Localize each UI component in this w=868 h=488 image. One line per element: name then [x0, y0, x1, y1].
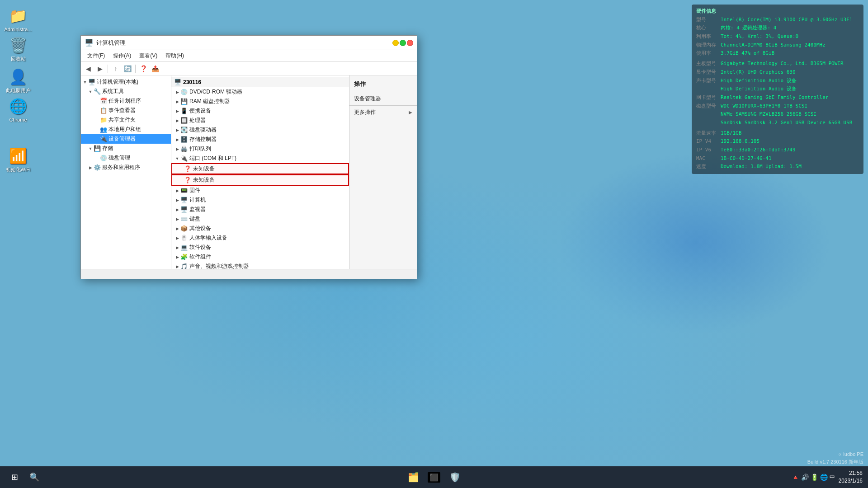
- user-label: 此电脑用户: [6, 88, 31, 94]
- menu-file[interactable]: 文件(F): [84, 51, 108, 61]
- tree-system-tools[interactable]: ▼ 🔧 系统工具: [81, 87, 171, 96]
- window-controls: [392, 40, 413, 46]
- folder-label: Administra...: [4, 27, 32, 33]
- dev-print[interactable]: ▶ 🖨️ 打印队列: [171, 144, 349, 154]
- taskbar-time[interactable]: 21:58 2023/1/16: [839, 469, 863, 485]
- sysinfo-row-mobo: 主板型号 Gigabyte Technology Co., Ltd. B365M…: [696, 60, 859, 68]
- taskbar-right: 🔺 🔊 🔋 🌐 中 21:58 2023/1/16: [792, 469, 863, 485]
- toolbar-up[interactable]: ↑: [110, 63, 121, 74]
- ludbo-watermark: ∝ ludbo PE Build v1.7 230116 新年版: [807, 450, 863, 465]
- toolbar-refresh[interactable]: 🔄: [122, 63, 133, 74]
- dev-hid[interactable]: ▶ 🖱️ 人体学输入设备: [171, 233, 349, 243]
- computer-management-window: 🖥️ 计算机管理 文件(F) 操作(A) 查看(V) 帮助(H) ◀ ▶ ↑ 🔄…: [80, 35, 417, 279]
- explorer-icon: 🗂️: [408, 472, 419, 483]
- tray-volume-icon: 🔊: [801, 474, 809, 481]
- menu-help[interactable]: 帮助(H): [162, 51, 188, 61]
- dev-dvd[interactable]: ▶ 💿 DVD/CD-ROM 驱动器: [171, 87, 349, 97]
- sysinfo-row-nic: 网卡型号 Realtek Gaming GbE Family Controlle…: [696, 94, 859, 102]
- action-more[interactable]: 更多操作 ▶: [349, 107, 417, 118]
- tree-task-scheduler[interactable]: 📅 任务计划程序: [81, 96, 171, 106]
- desktop-icon-user[interactable]: 👤 此电脑用户: [2, 68, 34, 94]
- sysinfo-row-audio1: 声卡型号 High Definition Audio 设备: [696, 77, 859, 85]
- toolbar-sep1: [108, 65, 108, 73]
- sysinfo-row-audio2: High Definition Audio 设备: [696, 85, 859, 94]
- windows-icon: ⊞: [11, 472, 18, 482]
- actions-divider: [349, 92, 417, 92]
- recycle-label: 回收站: [11, 56, 26, 62]
- window-menubar: 文件(F) 操作(A) 查看(V) 帮助(H): [81, 50, 417, 62]
- taskbar-shield[interactable]: 🛡️: [446, 468, 464, 486]
- window-statusbar: [81, 269, 417, 279]
- window-titlebar: 🖥️ 计算机管理: [81, 36, 417, 50]
- action-more-arrow: ▶: [409, 110, 412, 115]
- content-panel: 🖥️ 230116 ▶ 💿 DVD/CD-ROM 驱动器 ▶ 💾 RAM 磁盘控…: [171, 75, 349, 269]
- window-title-text: 计算机管理: [96, 39, 390, 47]
- search-icon: 🔍: [29, 472, 39, 482]
- dev-firmware[interactable]: ▶ 📟 固件: [171, 186, 349, 195]
- sysinfo-row-gpu: 显卡型号 Intel(R) UHD Graphics 630: [696, 68, 859, 77]
- sysinfo-row-core: 核心 内核: 4 逻辑处理器: 4: [696, 24, 859, 33]
- tree-device-manager[interactable]: 🔌 设备管理器: [81, 134, 171, 144]
- tree-storage[interactable]: ▼ 💾 存储: [81, 144, 171, 153]
- tree-disk-manager[interactable]: 💿 磁盘管理: [81, 153, 171, 163]
- tree-local-users[interactable]: 👥 本地用户和组: [81, 125, 171, 134]
- minimize-button[interactable]: [392, 40, 399, 46]
- desktop-icon-chrome[interactable]: 🌐 Chrome: [2, 97, 34, 123]
- toolbar-back[interactable]: ◀: [83, 63, 94, 74]
- sysinfo-row-mac: MAC 1B-C0-4D-27-46-41: [696, 155, 859, 163]
- folder-icon: 📁: [9, 7, 27, 25]
- dev-software[interactable]: ▶ 💻 软件设备: [171, 243, 349, 252]
- toolbar-export[interactable]: 📤: [150, 63, 160, 74]
- dev-disk[interactable]: ▶ 💽 磁盘驱动器: [171, 125, 349, 135]
- sysinfo-row-speed: 速度 Download: 1.8M Upload: 1.5M: [696, 163, 859, 171]
- sysinfo-row-disk2: NVMe SAMSUNG MZVLB256 256GB SCSI: [696, 110, 859, 119]
- sysinfo-row-traffic: 流量速率 1GB/1GB: [696, 129, 859, 138]
- toolbar-help[interactable]: ❓: [138, 63, 149, 74]
- search-button[interactable]: 🔍: [25, 468, 43, 486]
- tree-event-viewer[interactable]: 📋 事件查看器: [81, 106, 171, 115]
- tree-root[interactable]: ▼ 🖥️ 计算机管理(本地): [81, 77, 171, 87]
- tree-shared-folders[interactable]: 📁 共享文件夹: [81, 115, 171, 125]
- dev-unknown-2[interactable]: ❓ 未知设备: [171, 174, 349, 186]
- dev-ram[interactable]: ▶ 💾 RAM 磁盘控制器: [171, 97, 349, 106]
- dev-other[interactable]: ▶ 📦 其他设备: [171, 224, 349, 233]
- taskbar-explorer[interactable]: 🗂️: [404, 468, 422, 486]
- desktop-icon-folder[interactable]: 📁 Administra...: [2, 7, 34, 33]
- taskbar-left: ⊞ 🔍: [5, 468, 43, 486]
- start-button[interactable]: ⊞: [5, 468, 24, 486]
- dev-unknown-1[interactable]: ❓ 未知设备: [171, 163, 349, 174]
- dev-audio[interactable]: ▶ 🎵 声音、视频和游戏控制器: [171, 262, 349, 269]
- recycle-icon: 🗑️: [9, 36, 27, 54]
- desktop-icon-recycle[interactable]: 🗑️ 回收站: [2, 36, 34, 62]
- dev-monitor[interactable]: ▶ 🖥️ 监视器: [171, 205, 349, 214]
- menu-view[interactable]: 查看(V): [136, 51, 161, 61]
- maximize-button[interactable]: [400, 40, 406, 46]
- window-toolbar: ◀ ▶ ↑ 🔄 ❓ 📤: [81, 62, 417, 75]
- dev-portable[interactable]: ▶ 📱 便携设备: [171, 106, 349, 116]
- dev-keyboard[interactable]: ▶ ⌨️ 键盘: [171, 214, 349, 224]
- sysinfo-row-cpu-model: 型号 Intel(R) Core(TM) i3-9100 CPU @ 3.60G…: [696, 16, 859, 24]
- dev-com[interactable]: ▼ 🔌 端口 (COM 和 LPT): [171, 154, 349, 163]
- tray-network-icon: 🌐: [820, 474, 828, 481]
- dev-computer[interactable]: ▶ 🖥️ 计算机: [171, 195, 349, 205]
- tree-services[interactable]: ▶ ⚙️ 服务和应用程序: [81, 163, 171, 172]
- content-header-text: 230116: [183, 79, 201, 85]
- tree-panel: ▼ 🖥️ 计算机管理(本地) ▼ 🔧 系统工具 📅 任务计划程序 📋 事件查看器: [81, 75, 171, 269]
- desktop-icon-wifi[interactable]: 📶 初始化WiFi: [2, 147, 34, 173]
- taskbar-cmd[interactable]: ⬛: [425, 468, 443, 486]
- toolbar-forward[interactable]: ▶: [94, 63, 105, 74]
- cmd-icon: ⬛: [428, 472, 440, 483]
- action-device-manager[interactable]: 设备管理器: [349, 93, 417, 104]
- user-icon: 👤: [9, 68, 27, 86]
- taskbar: ⊞ 🔍 🗂️ ⬛ 🛡️ 🔺 🔊 🔋 🌐 中 21:58 2023/1/16: [0, 466, 868, 488]
- sys-tray[interactable]: 🔺 🔊 🔋 🌐 中: [792, 474, 835, 481]
- dev-software-comp[interactable]: ▶ 🧩 软件组件: [171, 252, 349, 262]
- dev-storage-ctrl[interactable]: ▶ 🗄️ 存储控制器: [171, 135, 349, 144]
- sysinfo-row-disk3: SanDisk SanDisk 3.2 Gen1 USB Device 65GB…: [696, 119, 859, 127]
- menu-action[interactable]: 操作(A): [109, 51, 135, 61]
- window-title-icon: 🖥️: [85, 38, 94, 47]
- close-button[interactable]: [407, 40, 413, 46]
- sysinfo-row-ipv4: IP V4 192.168.0.105: [696, 137, 859, 146]
- dev-cpu[interactable]: ▶ 🔲 处理器: [171, 116, 349, 125]
- window-body: ▼ 🖥️ 计算机管理(本地) ▼ 🔧 系统工具 📅 任务计划程序 📋 事件查看器: [81, 75, 417, 269]
